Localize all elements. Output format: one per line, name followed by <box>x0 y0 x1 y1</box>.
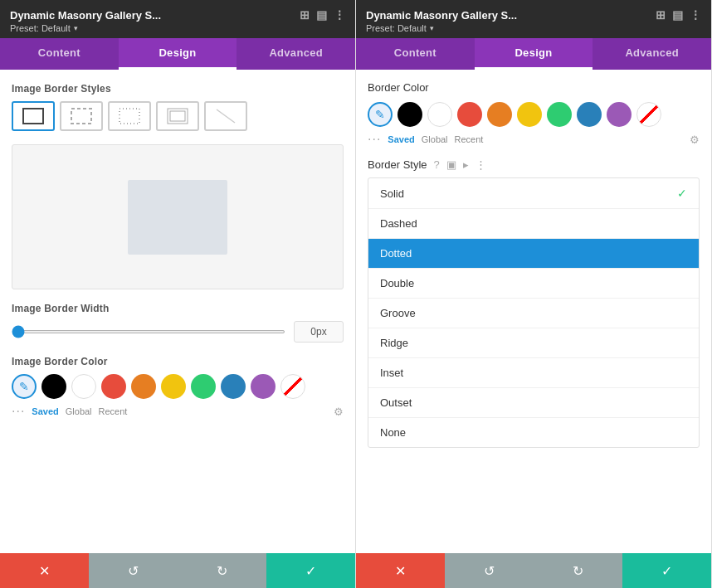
border-style-list: Solid ✓ Dashed Dotted Double Groove Ridg… <box>368 177 700 448</box>
right-color-purple[interactable] <box>607 102 632 127</box>
left-color-picker-row: ✎ <box>12 374 344 399</box>
bs-item-inset[interactable]: Inset <box>368 358 699 388</box>
bs-tablet-icon[interactable]: ▣ <box>446 158 456 171</box>
right-panel-title-row: Dynamic Masonry Gallery S... ⊞ ▤ ⋮ <box>366 8 701 22</box>
left-cancel-button[interactable]: ✕ <box>0 553 89 588</box>
bs-item-ridge[interactable]: Ridge <box>368 328 699 358</box>
right-panel: Dynamic Masonry Gallery S... ⊞ ▤ ⋮ Prese… <box>356 0 712 588</box>
bs-item-double[interactable]: Double <box>368 269 699 299</box>
left-color-purple[interactable] <box>251 374 276 399</box>
right-resize-icon[interactable]: ⊞ <box>656 8 666 22</box>
bs-item-dashed[interactable]: Dashed <box>368 209 699 239</box>
image-preview-inner <box>128 180 227 255</box>
right-redo-button[interactable]: ↻ <box>534 553 622 588</box>
left-tab-content[interactable]: Content <box>0 38 119 70</box>
right-tab-global[interactable]: Global <box>422 134 448 144</box>
bs-cursor-icon[interactable]: ▸ <box>463 158 469 171</box>
left-panel-title: Dynamic Masonry Gallery S... <box>10 9 300 22</box>
right-color-red[interactable] <box>457 102 482 127</box>
swatch-dotted[interactable] <box>108 101 151 131</box>
border-width-slider-wrap <box>12 330 285 333</box>
right-tab-design[interactable]: Design <box>475 38 593 70</box>
right-tabs: Content Design Advanced <box>356 38 711 70</box>
right-color-green[interactable] <box>547 102 572 127</box>
left-save-button[interactable]: ✓ <box>266 553 355 588</box>
border-style-section: Border Style ? ▣ ▸ ⋮ Solid ✓ Dashed Dott… <box>356 158 711 459</box>
left-color-orange[interactable] <box>131 374 156 399</box>
left-tab-global[interactable]: Global <box>66 406 92 416</box>
left-title-icons: ⊞ ▤ ⋮ <box>300 8 345 22</box>
left-tab-recent[interactable]: Recent <box>99 406 128 416</box>
swatch-dashed[interactable] <box>60 101 103 131</box>
right-tab-content[interactable]: Content <box>356 38 475 70</box>
bs-label-ridge: Ridge <box>380 337 408 349</box>
right-preset-label[interactable]: Preset: Default <box>366 23 427 33</box>
left-panel-title-row: Dynamic Masonry Gallery S... ⊞ ▤ ⋮ <box>10 8 345 22</box>
bs-more-icon[interactable]: ⋮ <box>475 158 486 171</box>
image-preview-area <box>12 144 344 289</box>
left-tab-advanced[interactable]: Advanced <box>237 38 355 70</box>
right-title-icons: ⊞ ▤ ⋮ <box>656 8 701 22</box>
bs-item-solid[interactable]: Solid ✓ <box>368 178 699 209</box>
right-color-yellow[interactable] <box>517 102 542 127</box>
right-preset-arrow[interactable]: ▾ <box>430 24 434 32</box>
bs-item-none[interactable]: None <box>368 418 699 447</box>
bs-label-groove: Groove <box>380 307 416 319</box>
left-preset-label[interactable]: Preset: Default <box>10 23 71 33</box>
border-color-label: Border Color <box>368 81 700 94</box>
left-tabs: Content Design Advanced <box>0 38 355 70</box>
left-color-gear[interactable]: ⚙ <box>334 406 344 418</box>
right-color-gear[interactable]: ⚙ <box>690 134 700 146</box>
swatch-solid[interactable] <box>12 101 55 131</box>
right-tab-recent[interactable]: Recent <box>455 134 484 144</box>
right-more-icon[interactable]: ⋮ <box>690 8 701 22</box>
left-eyedropper[interactable]: ✎ <box>12 374 37 399</box>
image-border-styles-label: Image Border Styles <box>12 83 344 95</box>
right-color-meta: ··· Saved Global Recent ⚙ <box>368 132 700 147</box>
left-tab-saved[interactable]: Saved <box>32 406 58 416</box>
right-color-transparent[interactable] <box>636 102 661 127</box>
image-border-width-label: Image Border Width <box>12 303 344 314</box>
border-style-swatches <box>12 101 344 131</box>
left-color-blue[interactable] <box>221 374 246 399</box>
svg-rect-4 <box>170 111 185 121</box>
right-color-blue[interactable] <box>577 102 602 127</box>
right-color-orange[interactable] <box>487 102 512 127</box>
bs-item-outset[interactable]: Outset <box>368 388 699 418</box>
left-panel-preset: Preset: Default ▾ <box>10 23 345 33</box>
border-width-input[interactable] <box>294 321 344 343</box>
right-columns-icon[interactable]: ▤ <box>672 8 683 22</box>
right-panel-header: Dynamic Masonry Gallery S... ⊞ ▤ ⋮ Prese… <box>356 0 711 38</box>
bs-check-solid: ✓ <box>677 187 687 200</box>
right-save-button[interactable]: ✓ <box>622 553 711 588</box>
right-undo-button[interactable]: ↺ <box>445 553 534 588</box>
right-color-white[interactable] <box>427 102 452 127</box>
bs-item-dotted[interactable]: Dotted <box>368 239 699 269</box>
left-color-black[interactable] <box>41 374 66 399</box>
left-color-yellow[interactable] <box>161 374 186 399</box>
swatch-double[interactable] <box>156 101 199 131</box>
left-color-transparent[interactable] <box>280 374 305 399</box>
left-redo-button[interactable]: ↻ <box>178 553 266 588</box>
right-eyedropper[interactable]: ✎ <box>368 102 393 127</box>
resize-icon[interactable]: ⊞ <box>300 8 310 22</box>
bs-item-groove[interactable]: Groove <box>368 299 699 328</box>
swatch-none[interactable] <box>204 101 247 131</box>
right-color-dots[interactable]: ··· <box>368 132 381 147</box>
left-color-white[interactable] <box>71 374 96 399</box>
svg-rect-0 <box>23 109 43 124</box>
right-tab-saved[interactable]: Saved <box>388 134 414 144</box>
border-width-slider[interactable] <box>12 330 285 333</box>
bs-help-icon[interactable]: ? <box>434 158 440 171</box>
left-tab-design[interactable]: Design <box>119 38 237 70</box>
left-color-green[interactable] <box>191 374 216 399</box>
right-tab-advanced[interactable]: Advanced <box>593 38 711 70</box>
right-color-black[interactable] <box>397 102 422 127</box>
right-cancel-button[interactable]: ✕ <box>356 553 445 588</box>
left-color-red[interactable] <box>101 374 126 399</box>
left-preset-arrow[interactable]: ▾ <box>74 24 78 32</box>
left-undo-button[interactable]: ↺ <box>89 553 178 588</box>
left-color-dots[interactable]: ··· <box>12 404 25 419</box>
more-icon[interactable]: ⋮ <box>334 8 345 22</box>
columns-icon[interactable]: ▤ <box>316 8 327 22</box>
